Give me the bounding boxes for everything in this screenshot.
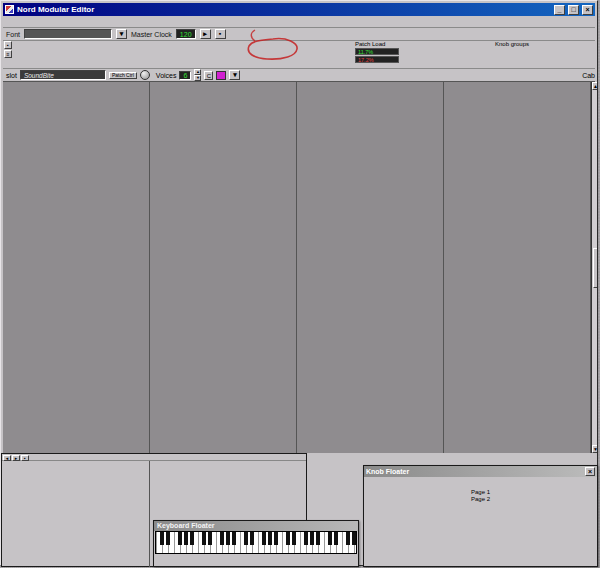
cable-toggle-button[interactable]: C	[204, 71, 213, 80]
close-button[interactable]: ×	[582, 5, 593, 15]
keyboard-floater-buttons	[154, 554, 358, 556]
patch-column-4	[444, 82, 591, 453]
patch-load-box: Patch Load 11.7% 17.2%	[355, 41, 419, 63]
knob-floater-tabs	[364, 477, 597, 488]
app-window: Nord Modular Editor _ □ × Font ▾ Master …	[0, 0, 598, 566]
keyboard-floater-title[interactable]: Keyboard Floater	[154, 521, 358, 531]
page1-label: Page 1	[364, 489, 597, 495]
morph-groups-label: Knob groups	[495, 41, 529, 47]
patch-window: ▲ ▼	[3, 82, 597, 453]
knob-floater-title-text: Knob Floater	[366, 468, 409, 475]
menu-bar	[3, 16, 595, 28]
slot-label: slot	[6, 72, 17, 79]
desktop: Nord Modular Editor _ □ × Font ▾ Master …	[0, 0, 600, 568]
maximize-button[interactable]: □	[568, 5, 579, 15]
slot-bar: slot SoundBite Patch Ctrl Voices 6 ▲▼ C …	[3, 69, 595, 82]
page2-label: Page 2	[364, 496, 597, 502]
master-clock-label: Master Clock	[131, 31, 172, 38]
scrollbar-thumb[interactable]	[593, 248, 598, 288]
patch-column-1	[3, 82, 150, 453]
knob-floater-title[interactable]: Knob Floater ×	[364, 466, 597, 477]
knob-floater-close-button[interactable]: ×	[585, 467, 595, 476]
minimize-button[interactable]: _	[554, 5, 565, 15]
module-group-tabs	[18, 41, 348, 53]
clock-run-button[interactable]: ▸	[200, 29, 211, 39]
patch-load-poly: 17.2%	[355, 56, 399, 63]
master-clock-value: 120	[176, 29, 196, 39]
font-label: Font	[6, 31, 20, 38]
vertical-scrollbar[interactable]: ▲ ▼	[591, 82, 597, 453]
patch-load-dsp: 11.7%	[355, 48, 399, 55]
piano-keyboard[interactable]	[155, 531, 357, 554]
voices-label: Voices	[156, 72, 177, 79]
cable-color-swatch[interactable]	[216, 71, 226, 80]
patch-load-label: Patch Load	[355, 41, 385, 47]
toolbar-collapse-button[interactable]: ▪	[4, 41, 12, 49]
patch-column-2	[150, 82, 297, 453]
scroll-up-arrow[interactable]: ▲	[592, 82, 598, 90]
cable-color-dropdown[interactable]: ▾	[229, 70, 240, 80]
toolbar-rows-button[interactable]: ≡	[4, 50, 12, 58]
keyboard-floater-window: Keyboard Floater	[153, 520, 359, 567]
voices-value: 6	[179, 71, 191, 80]
app-icon	[5, 5, 14, 14]
voices-spinner[interactable]: ▲▼	[194, 69, 201, 81]
scroll-down-arrow[interactable]: ▼	[592, 445, 598, 453]
patch-name-display[interactable]: SoundBite	[20, 70, 106, 80]
clock-stop-button[interactable]: ▪	[215, 29, 226, 39]
font-up-button[interactable]: ▾	[116, 29, 127, 39]
clock-knob-icon[interactable]	[140, 70, 150, 80]
common-column-1	[2, 461, 150, 567]
common-section-header: ◂ ▸ ▪	[2, 454, 306, 461]
morph-groups: Knob groups	[427, 41, 597, 49]
module-toolbar: ▪ ≡ Patch Load 11.7% 17.2% Knob groups	[3, 41, 595, 69]
font-combo[interactable]	[24, 29, 112, 39]
window-title: Nord Modular Editor	[17, 5, 94, 14]
patch-column-3	[297, 82, 444, 453]
knob-floater-window: Knob Floater × Page 1 Page 2	[363, 465, 598, 567]
toolbar-top: Font ▾ Master Clock 120 ▸ ▪	[3, 28, 595, 41]
cables-label: Cab	[582, 72, 595, 79]
patch-ctrl-button[interactable]: Patch Ctrl	[109, 72, 137, 79]
title-bar[interactable]: Nord Modular Editor _ □ ×	[3, 3, 595, 16]
